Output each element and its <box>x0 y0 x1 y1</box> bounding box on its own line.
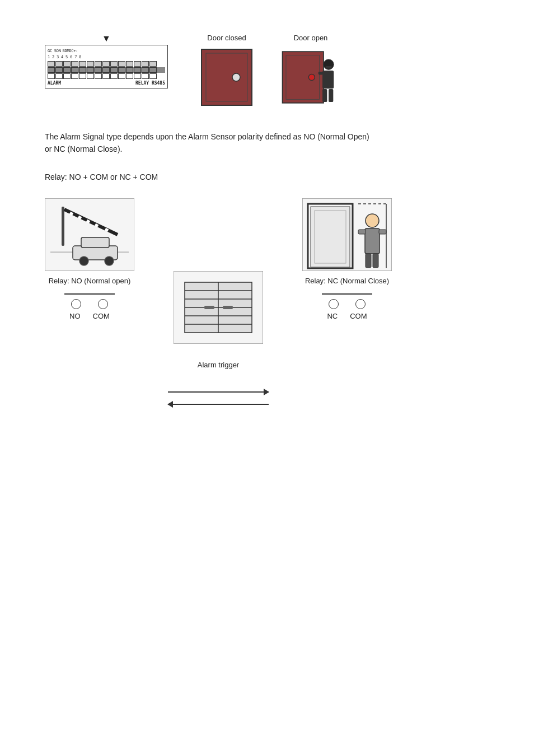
circuit-circles-no <box>71 299 108 309</box>
circuit-circle-no1 <box>71 299 81 309</box>
door-diagrams: Door closed Door open <box>196 34 341 108</box>
bottom-section: Relay: NO (Normal open) NO COM <box>45 198 489 405</box>
relay-nc-col: Relay: NC (Normal Close) NC COM <box>302 198 392 320</box>
relay-no-label: Relay: NO (Normal open) <box>49 277 131 285</box>
arrow-right <box>168 391 269 393</box>
svg-rect-9 <box>322 89 327 102</box>
connector-row-2 <box>48 67 165 73</box>
relay-nc-image <box>302 198 392 271</box>
door-closed-label: Door closed <box>207 34 246 42</box>
relay-no-col: Relay: NO (Normal open) NO COM <box>45 198 134 320</box>
alarm-trigger-image <box>174 271 263 344</box>
arrow-left-line <box>168 404 269 405</box>
circuit-line-nc <box>322 293 372 295</box>
svg-rect-42 <box>365 228 380 254</box>
no-label: NO <box>69 312 81 320</box>
relay-no-image <box>45 198 134 271</box>
relay-no-circuit: NO COM <box>64 293 115 320</box>
connector-row-1 <box>48 61 165 67</box>
door-closed-svg <box>196 46 257 108</box>
circuit-circle-nc1 <box>329 299 339 309</box>
terminal-row <box>48 73 165 79</box>
svg-rect-10 <box>329 89 333 102</box>
svg-point-5 <box>308 74 315 81</box>
svg-rect-34 <box>223 306 233 309</box>
circuit-circle-nc2 <box>355 299 366 309</box>
relay-label: RELAY RS485 <box>135 81 165 86</box>
door-open-item: Door open <box>280 34 341 108</box>
svg-point-2 <box>232 73 240 81</box>
svg-rect-33 <box>204 306 214 309</box>
svg-rect-37 <box>311 207 350 267</box>
svg-rect-14 <box>62 207 64 246</box>
relay-nc-label: Relay: NC (Normal Close) <box>305 277 389 285</box>
relay-text: Relay: NO + COM or NC + COM <box>45 172 489 181</box>
arrow-right-line <box>168 391 269 393</box>
svg-point-24 <box>105 256 114 265</box>
circuit-circles-nc <box>329 299 366 309</box>
svg-rect-1 <box>206 53 247 101</box>
svg-line-19 <box>95 225 98 226</box>
device-labels: GC SON BDMOC+- <box>48 49 165 53</box>
relay-text-content: Relay: NO + COM or NC + COM <box>45 172 489 181</box>
arrow-left <box>168 404 269 405</box>
arrows-container <box>168 391 269 405</box>
nc-label: NC <box>327 312 338 320</box>
com-label-left: COM <box>93 312 110 320</box>
svg-rect-45 <box>366 254 371 268</box>
svg-line-20 <box>105 229 108 231</box>
svg-line-18 <box>87 221 90 222</box>
svg-rect-46 <box>373 254 378 268</box>
alarm-trigger-col: Alarm trigger <box>168 198 269 405</box>
top-section: ▼ GC SON BDMOC+- 1 2 3 4 5 6 7 8 <box>45 34 489 108</box>
com-label-right: COM <box>350 312 367 320</box>
circuit-node-labels-nc: NC COM <box>327 312 367 320</box>
svg-rect-7 <box>326 66 332 69</box>
svg-line-16 <box>70 213 73 214</box>
door-open-label: Door open <box>294 34 328 42</box>
circuit-circle-no2 <box>98 299 108 309</box>
svg-rect-8 <box>322 71 334 88</box>
alarm-trigger-label: Alarm trigger <box>198 361 239 369</box>
svg-rect-44 <box>379 230 386 234</box>
device-box: GC SON BDMOC+- 1 2 3 4 5 6 7 8 <box>45 45 168 88</box>
circuit-node-labels-no: NO COM <box>69 312 110 320</box>
relay-nc-circuit: NC COM <box>322 293 372 320</box>
device-diagram: ▼ GC SON BDMOC+- 1 2 3 4 5 6 7 8 <box>45 34 168 88</box>
svg-line-17 <box>78 217 81 218</box>
door-open-svg <box>280 46 341 108</box>
svg-point-23 <box>79 256 88 265</box>
pin-numbers: 1 2 3 4 5 6 7 8 <box>48 55 165 59</box>
device-arrow: ▼ <box>45 34 168 44</box>
text-section: The Alarm Signal type depends upon the A… <box>45 130 489 156</box>
door-closed-item: Door closed <box>196 34 257 108</box>
svg-rect-11 <box>318 72 323 75</box>
circuit-line-no <box>64 293 115 295</box>
alarm-text-line2: or NC (Normal Close). <box>45 143 489 155</box>
alarm-label: ALARM <box>48 81 61 86</box>
svg-rect-43 <box>358 230 366 234</box>
alarm-text-line1: The Alarm Signal type depends upon the A… <box>45 130 489 143</box>
svg-rect-22 <box>81 237 109 248</box>
svg-point-41 <box>366 214 379 227</box>
device-bottom-labels: ALARM RELAY RS485 <box>48 81 165 86</box>
